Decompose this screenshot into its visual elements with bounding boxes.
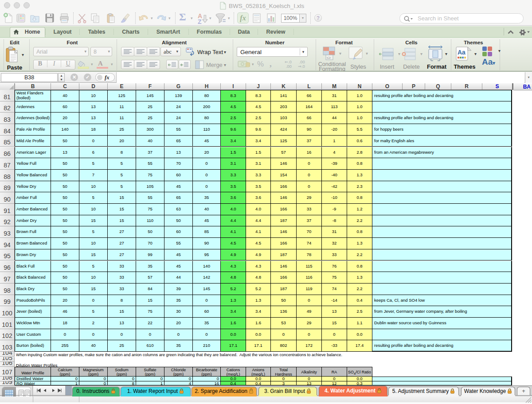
svg-text:≤≥: ≤≥ <box>327 56 331 60</box>
svg-text:Aa: Aa <box>458 49 466 56</box>
svg-text:Z: Z <box>198 18 202 24</box>
